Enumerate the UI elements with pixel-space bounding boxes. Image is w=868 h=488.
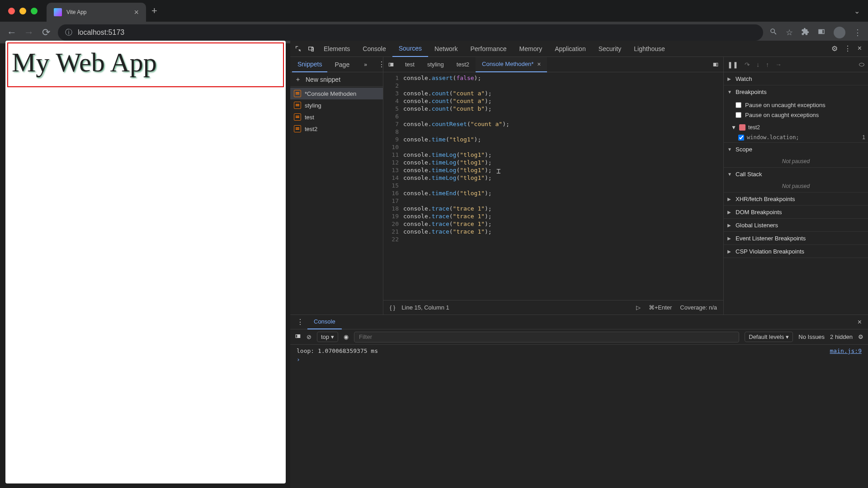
pause-caught-checkbox[interactable]: Pause on caught exceptions [736, 110, 863, 120]
devtools-tab-network[interactable]: Network [428, 41, 464, 57]
new-snippet-button[interactable]: ＋ New snippet [290, 72, 383, 87]
run-snippet-icon[interactable]: ▷ [636, 304, 641, 311]
drawer-kebab-icon[interactable]: ⋮ [293, 318, 307, 326]
devtools-tab-memory[interactable]: Memory [513, 41, 549, 57]
snippet-file-item[interactable]: *Console Methoden [290, 88, 383, 99]
step-into-icon[interactable]: ↓ [756, 61, 760, 68]
snippet-file-item[interactable]: styling [290, 99, 383, 111]
console-drawer: ⋮ Console × ⊘ top▾ ◉ Default levels▾ No … [290, 314, 868, 488]
editor-tab[interactable]: test2 [450, 57, 476, 72]
pause-icon[interactable]: ❚❚ [727, 61, 738, 68]
step-over-icon[interactable]: ↷ [745, 61, 750, 68]
nav-tab-snippets[interactable]: Snippets [292, 57, 327, 72]
zoom-icon[interactable] [769, 28, 778, 38]
deactivate-breakpoints-icon[interactable]: ⬭ [859, 61, 864, 68]
snippet-file-item[interactable]: test [290, 111, 383, 123]
devtools-tabbar: ElementsConsoleSourcesNetworkPerformance… [290, 41, 868, 57]
dom-section[interactable]: ▶DOM Breakpoints [724, 206, 868, 218]
bookmark-icon[interactable]: ☆ [786, 28, 793, 38]
snippet-file-icon [294, 125, 301, 132]
tab-list-button[interactable]: ⌄ [854, 7, 860, 15]
more-icon[interactable]: ⋮ [844, 44, 851, 53]
close-tab-icon[interactable]: × [537, 61, 541, 68]
close-drawer-icon[interactable]: × [858, 318, 862, 326]
snippet-file-icon [294, 90, 301, 97]
coverage-label: Coverage: n/a [680, 304, 717, 311]
console-settings-icon[interactable]: ⚙ [858, 333, 863, 340]
console-toolbar: ⊘ top▾ ◉ Default levels▾ No Issues 2 hid… [290, 329, 868, 345]
pause-uncaught-checkbox[interactable]: Pause on uncaught exceptions [736, 100, 863, 110]
devtools-tab-elements[interactable]: Elements [317, 41, 356, 57]
toggle-navigator-icon[interactable] [383, 61, 399, 68]
snippet-file-item[interactable]: test2 [290, 123, 383, 135]
extensions-icon[interactable] [801, 28, 809, 38]
breakpoint-group[interactable]: ▼test2 [724, 122, 868, 132]
xhr-section[interactable]: ▶XHR/fetch Breakpoints [724, 192, 868, 205]
hidden-count[interactable]: 2 hidden [830, 333, 853, 340]
profile-avatar[interactable] [834, 27, 845, 38]
device-toolbar-icon[interactable] [305, 45, 317, 52]
reload-button[interactable]: ⟳ [41, 27, 52, 38]
snippet-file-icon [294, 102, 301, 109]
code-editor[interactable]: 12345678910111213141516171819202122 cons… [383, 72, 723, 300]
drawer-tab-console[interactable]: Console [307, 315, 342, 329]
nav-tab-page[interactable]: Page [329, 57, 355, 72]
settings-icon[interactable]: ⚙ [831, 44, 838, 53]
devtools-tab-performance[interactable]: Performance [464, 41, 513, 57]
inspect-element-icon[interactable] [292, 45, 305, 52]
log-message: loop: 1.070068359375 ms main.js:9 [297, 347, 862, 354]
console-filter-input[interactable] [354, 332, 739, 343]
log-levels-select[interactable]: Default levels▾ [745, 332, 793, 342]
text-cursor-icon: ⌶ [496, 167, 501, 175]
new-tab-button[interactable]: + [151, 5, 157, 17]
cursor-position: Line 15, Column 1 [401, 304, 449, 311]
debugger-panel: ❚❚ ↷ ↓ ↑ → ⬭ ▶Watch ▼Breakpoints Pause o… [723, 57, 868, 314]
debugger-toolbar: ❚❚ ↷ ↓ ↑ → ⬭ [724, 57, 868, 72]
editor-tab[interactable]: test [399, 57, 421, 72]
browser-tab-active[interactable]: Vite App × [47, 3, 146, 22]
event-section[interactable]: ▶Event Listener Breakpoints [724, 232, 868, 244]
callstack-section[interactable]: ▼Call Stack [724, 168, 868, 180]
global-section[interactable]: ▶Global Listeners [724, 219, 868, 231]
watch-section[interactable]: ▶Watch [724, 72, 868, 85]
devtools-tab-console[interactable]: Console [356, 41, 392, 57]
window-minimize-button[interactable] [19, 8, 26, 14]
editor-tab[interactable]: Console Methoden*× [476, 57, 547, 72]
page-heading-box: My Web App [7, 42, 284, 87]
menu-icon[interactable]: ⋮ [854, 28, 862, 38]
devtools-tab-security[interactable]: Security [592, 41, 628, 57]
code-content[interactable]: console.assert(false);console.count("cou… [403, 72, 509, 300]
url-input[interactable]: ⓘ localhost:5173 [58, 24, 763, 41]
clear-console-icon[interactable]: ⊘ [307, 333, 311, 340]
tab-close-button[interactable]: × [134, 8, 139, 17]
no-issues-label[interactable]: No Issues [798, 333, 825, 340]
site-info-icon[interactable]: ⓘ [65, 28, 72, 38]
breakpoint-item[interactable]: window.location;1 [724, 132, 868, 142]
devtools-tab-sources[interactable]: Sources [392, 41, 428, 57]
context-select[interactable]: top▾ [317, 332, 338, 342]
log-source-link[interactable]: main.js:9 [830, 347, 862, 354]
window-close-button[interactable] [8, 8, 15, 14]
step-icon[interactable]: → [775, 61, 782, 68]
browser-chrome: Vite App × + ⌄ ← → ⟳ ⓘ localhost:5173 ☆ … [0, 0, 868, 41]
brackets-icon[interactable]: { } [390, 304, 395, 311]
devtools-tab-lighthouse[interactable]: Lighthouse [627, 41, 671, 57]
back-button[interactable]: ← [6, 27, 17, 38]
nav-tab-more[interactable]: » [357, 57, 373, 72]
breakpoints-section[interactable]: ▼Breakpoints [724, 85, 868, 98]
editor-tab[interactable]: styling [421, 57, 450, 72]
console-output[interactable]: loop: 1.070068359375 ms main.js:9 › [290, 345, 868, 488]
csp-section[interactable]: ▶CSP Violation Breakpoints [724, 245, 868, 258]
console-prompt[interactable]: › [297, 354, 862, 363]
close-devtools-icon[interactable]: × [858, 44, 862, 53]
url-text: localhost:5173 [78, 28, 124, 37]
scope-section[interactable]: ▼Scope [724, 143, 868, 155]
toggle-debugger-icon[interactable] [708, 61, 723, 68]
step-out-icon[interactable]: ↑ [766, 61, 769, 68]
devtools-tab-application[interactable]: Application [548, 41, 592, 57]
window-maximize-button[interactable] [31, 8, 38, 14]
live-expression-icon[interactable]: ◉ [344, 333, 349, 340]
side-panel-icon[interactable] [817, 28, 826, 38]
forward-button[interactable]: → [24, 27, 34, 38]
toggle-sidebar-icon[interactable] [295, 333, 301, 341]
